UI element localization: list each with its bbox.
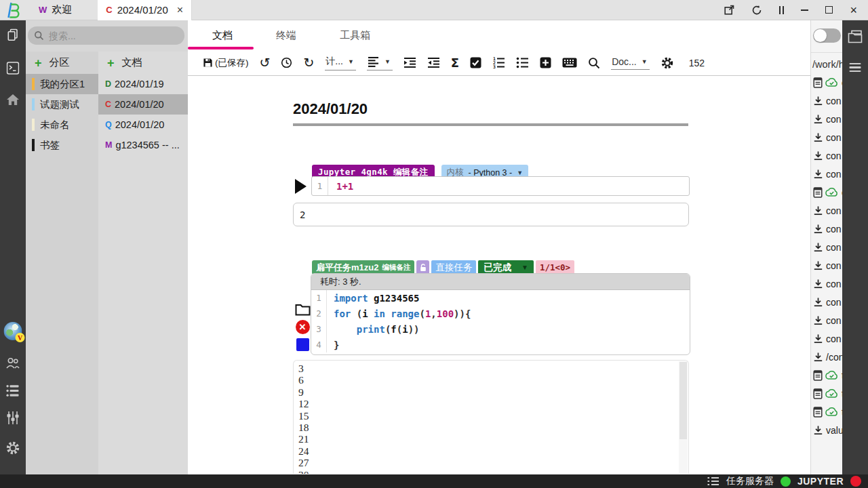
file-row[interactable]: con [811,201,842,220]
search-input[interactable] [49,30,157,41]
caret-down-icon: ▼ [384,58,391,65]
file-row[interactable]: con [811,238,842,256]
maximize-icon[interactable] [825,6,833,14]
file-row[interactable]: valu [811,421,842,439]
file-row[interactable]: con [811,329,842,348]
sidebar-item-document[interactable]: C2024/01/20 [98,94,188,115]
users-icon[interactable] [6,357,20,369]
code-line[interactable]: 3 print(f(i)) [311,321,690,337]
output-line: 24 [298,445,688,457]
code-line[interactable]: 2for (i in range(1,100)){ [311,306,690,321]
minimize-icon[interactable] [801,9,808,11]
file-row[interactable]: con [811,110,842,128]
terminal-icon[interactable] [7,62,20,75]
tab-welcome[interactable]: W 欢迎 [31,0,80,20]
file-row[interactable]: con [811,146,842,165]
file-row[interactable]: c [811,73,842,92]
sidebar-item-document[interactable]: D2024/01/19 [98,74,188,94]
align-dropdown[interactable]: ▼ [367,56,393,70]
file-row[interactable]: con [811,274,842,293]
file-row[interactable]: t [811,384,842,403]
lock-badge[interactable] [416,260,429,274]
history-clock-icon[interactable] [281,57,292,68]
save-button[interactable]: (已保存) [203,57,249,69]
status-select[interactable]: 已完成 ▼ [478,260,533,274]
sliders-icon[interactable] [7,411,20,425]
file-row-icons [813,169,823,179]
direct-task-badge[interactable]: 直接任务 [431,260,476,274]
add-document-button[interactable]: + [107,57,115,69]
flat-task-badge[interactable]: 扁平任务m1zu2 编辑备注 [312,260,414,274]
undo-icon[interactable]: ↺ [260,56,271,69]
code-line[interactable]: 4} [311,337,690,352]
checkbox-icon[interactable] [470,57,481,68]
server-list-icon[interactable] [6,384,20,397]
folder-panel-icon[interactable] [848,30,863,43]
stop-button[interactable]: ✕ [296,320,310,334]
tab-toolbox[interactable]: 工具箱 [340,29,370,42]
settings-gear-icon[interactable] [5,441,20,455]
file-row[interactable]: t [811,366,842,384]
cell1-code-editor[interactable]: 1 1+1 [311,176,690,196]
left-rail: V [0,20,26,474]
menu-icon[interactable] [850,61,861,74]
file-row[interactable]: con [811,92,842,110]
pages-icon[interactable] [7,28,20,41]
file-row[interactable]: con [811,293,842,311]
calc-dropdown-label: 计... [326,56,343,68]
add-partition-button[interactable]: + [35,57,42,69]
output-scrollbar-thumb[interactable] [679,362,687,439]
search-box[interactable] [28,26,184,45]
indent-decrease-icon[interactable] [427,57,440,68]
sum-formula-icon[interactable]: Σ [451,56,459,70]
document-label: 2024/01/20 [115,99,164,110]
file-row[interactable]: con [811,220,842,238]
sidebar-item-document[interactable]: Q2024/01/20 [98,115,188,135]
avatar[interactable]: V [4,322,22,340]
open-external-icon[interactable] [724,5,734,15]
sidebar-item-partition[interactable]: 书签 [26,135,98,155]
titlebar: W 欢迎 C 2024/01/20 × × [0,0,868,20]
refresh-icon[interactable] [751,5,762,16]
tab-terminal[interactable]: 终端 [276,29,296,42]
folder-button[interactable] [295,303,311,316]
calc-dropdown[interactable]: 计... ▼ [325,55,356,70]
sidebar-item-partition[interactable]: 未命名 [26,115,98,135]
cell2-code-editor[interactable]: 耗时: 3 秒. 1import g12345652for (i in rang… [311,273,690,355]
task-server-label[interactable]: 任务服务器 [726,475,774,487]
file-row[interactable]: c [811,183,842,201]
run-cell-button[interactable] [295,179,307,194]
file-row[interactable]: con [811,311,842,329]
ordered-list-icon[interactable]: 123 [492,57,505,68]
panel-toggle-switch[interactable] [813,28,841,43]
gear-icon[interactable] [660,56,674,70]
redo-icon[interactable]: ↻ [303,56,314,69]
home-icon[interactable] [6,94,20,106]
file-row[interactable]: t [811,403,842,421]
indent-increase-icon[interactable] [403,57,416,68]
file-row[interactable]: /con [811,348,842,366]
sidebar-item-document[interactable]: Mg1234565 -- ... [98,135,188,155]
add-block-icon[interactable] [540,57,551,68]
search-doc-icon[interactable] [588,57,600,69]
sidebar-item-partition[interactable]: 试题测试 [26,94,98,115]
tab-document[interactable]: 文档 [212,29,233,42]
code-line[interactable]: 1import g1234565 [311,290,690,306]
output-scrollbar[interactable] [679,361,688,474]
cell2-side-buttons: ✕ [294,303,311,351]
tab-close-icon[interactable]: × [177,4,183,16]
jupyter-label[interactable]: JUPYTER [797,476,844,487]
file-row[interactable]: con [811,165,842,183]
file-row[interactable]: con [811,256,842,274]
bullet-list-icon[interactable] [516,57,529,68]
pause-icon[interactable] [779,6,784,14]
sidebar-item-partition[interactable]: 我的分区1 [26,74,98,94]
keyboard-icon[interactable] [562,58,577,68]
file-row[interactable]: con [811,128,842,146]
doc-mode-dropdown[interactable]: Doc... ▼ [611,56,650,70]
tab-document-active[interactable]: C 2024/01/20 × [98,0,192,20]
close-window-icon[interactable]: × [850,4,857,16]
blue-square-button[interactable] [296,338,309,351]
task-list-icon[interactable] [707,476,719,486]
doc-mode-label: Doc... [612,56,637,67]
